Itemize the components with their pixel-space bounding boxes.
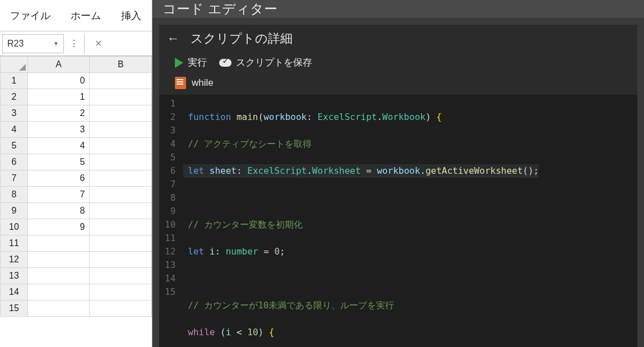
- table-row: 32: [1, 105, 152, 122]
- var-i: i: [210, 246, 215, 257]
- editor-body: ← スクリプトの詳細 実行 スクリプトを保存 while 12345678910…: [159, 25, 637, 347]
- cell[interactable]: [27, 300, 90, 317]
- line-number: 15: [165, 285, 175, 299]
- kw-let-2: let: [188, 246, 204, 257]
- row-header[interactable]: 5: [1, 138, 28, 154]
- cell[interactable]: 8: [27, 203, 90, 219]
- cell[interactable]: [90, 284, 152, 300]
- cell[interactable]: [90, 268, 152, 284]
- row-header[interactable]: 8: [1, 187, 28, 203]
- cell[interactable]: [27, 252, 90, 268]
- cell[interactable]: 1: [27, 89, 90, 105]
- row-header[interactable]: 4: [1, 122, 28, 138]
- row-header[interactable]: 14: [1, 284, 28, 300]
- cell[interactable]: [90, 105, 152, 122]
- row-header[interactable]: 12: [1, 252, 28, 268]
- num-zero: 0: [274, 246, 280, 257]
- row-header[interactable]: 1: [1, 73, 28, 89]
- cell[interactable]: [90, 154, 152, 170]
- name-box[interactable]: R23 ▼: [2, 34, 64, 53]
- tab-home[interactable]: ホーム: [61, 1, 111, 30]
- line-number: 12: [165, 245, 175, 258]
- cell[interactable]: [90, 73, 152, 89]
- line-number: 7: [165, 178, 175, 191]
- script-name: while: [192, 77, 214, 89]
- row-header[interactable]: 10: [1, 219, 28, 235]
- table-row: 109: [1, 219, 152, 235]
- row-header[interactable]: 3: [1, 105, 28, 122]
- tab-insert[interactable]: 挿入: [111, 1, 151, 30]
- spreadsheet-grid[interactable]: A B 1021324354657687981091112131415: [0, 56, 152, 347]
- excel-panel: ファイル ホーム 挿入 R23 ▼ ⋮ ✕ A B 10213243546576…: [0, 0, 152, 347]
- table-row: 43: [1, 122, 152, 138]
- var-sheet: sheet: [210, 165, 237, 176]
- code-content[interactable]: function main(workbook: ExcelScript.Work…: [183, 95, 539, 347]
- table-row: 12: [1, 252, 152, 268]
- cell[interactable]: 7: [27, 187, 90, 203]
- row-header[interactable]: 11: [1, 235, 28, 252]
- table-row: 98: [1, 203, 152, 219]
- row-header[interactable]: 7: [1, 170, 28, 187]
- cell[interactable]: [90, 170, 152, 187]
- action-row: 実行 スクリプトを保存: [159, 49, 637, 72]
- cancel-formula-button[interactable]: ✕: [84, 34, 112, 53]
- table-row: 76: [1, 170, 152, 187]
- tab-file[interactable]: ファイル: [0, 1, 61, 30]
- cell[interactable]: [90, 252, 152, 268]
- save-script-button[interactable]: スクリプトを保存: [219, 56, 312, 69]
- table-row: 10: [1, 73, 152, 89]
- row-header[interactable]: 13: [1, 268, 28, 284]
- comment-2: // カウンター変数を初期化: [188, 219, 303, 230]
- cell[interactable]: 2: [27, 105, 90, 122]
- cell[interactable]: [27, 268, 90, 284]
- select-all-corner[interactable]: [1, 57, 28, 73]
- num-ten: 10: [247, 327, 258, 337]
- cell[interactable]: [90, 187, 152, 203]
- script-name-row[interactable]: while: [159, 72, 637, 95]
- cell[interactable]: [27, 235, 90, 252]
- table-row: 14: [1, 284, 152, 300]
- table-row: 15: [1, 300, 152, 317]
- cell[interactable]: [90, 89, 152, 105]
- table-row: 13: [1, 268, 152, 284]
- cell[interactable]: [90, 219, 152, 235]
- cell[interactable]: 3: [27, 122, 90, 138]
- cell[interactable]: [90, 122, 152, 138]
- row-header[interactable]: 9: [1, 203, 28, 219]
- row-header[interactable]: 2: [1, 89, 28, 105]
- comment-1: // アクティブなシートを取得: [188, 138, 312, 149]
- cell[interactable]: 5: [27, 154, 90, 170]
- col-header-b[interactable]: B: [90, 57, 152, 73]
- ns-excelscript-2: ExcelScript: [247, 165, 307, 176]
- cell[interactable]: [90, 203, 152, 219]
- chevron-down-icon: ▼: [53, 40, 59, 47]
- table-row: 21: [1, 89, 152, 105]
- line-number: 4: [165, 137, 175, 151]
- cell[interactable]: [90, 300, 152, 317]
- cell[interactable]: 6: [27, 170, 90, 187]
- kw-function: function: [188, 112, 231, 122]
- more-button[interactable]: ⋮: [66, 34, 82, 53]
- ns-excelscript: ExcelScript: [317, 112, 377, 122]
- col-header-a[interactable]: A: [27, 57, 90, 73]
- name-bar: R23 ▼ ⋮ ✕: [0, 31, 152, 56]
- kw-let-1: let: [188, 165, 204, 176]
- row-header[interactable]: 6: [1, 154, 28, 170]
- back-arrow-icon[interactable]: ←: [165, 30, 182, 47]
- detail-header: ← スクリプトの詳細: [159, 25, 637, 49]
- line-number: 2: [165, 110, 175, 124]
- comment-3: // カウンターが10未満である限り、ループを実行: [188, 300, 394, 311]
- detail-title: スクリプトの詳細: [191, 30, 293, 47]
- cell[interactable]: [90, 138, 152, 154]
- cell[interactable]: 4: [27, 138, 90, 154]
- line-number: 8: [165, 191, 175, 205]
- run-button[interactable]: 実行: [175, 56, 207, 69]
- line-number: 6: [165, 164, 175, 178]
- row-header[interactable]: 15: [1, 300, 28, 317]
- cell[interactable]: [90, 235, 152, 252]
- type-worksheet: Worksheet: [312, 165, 361, 176]
- cell[interactable]: 9: [27, 219, 90, 235]
- cell[interactable]: [27, 284, 90, 300]
- code-area[interactable]: 123456789101112131415 function main(work…: [159, 95, 637, 347]
- cell[interactable]: 0: [27, 73, 90, 89]
